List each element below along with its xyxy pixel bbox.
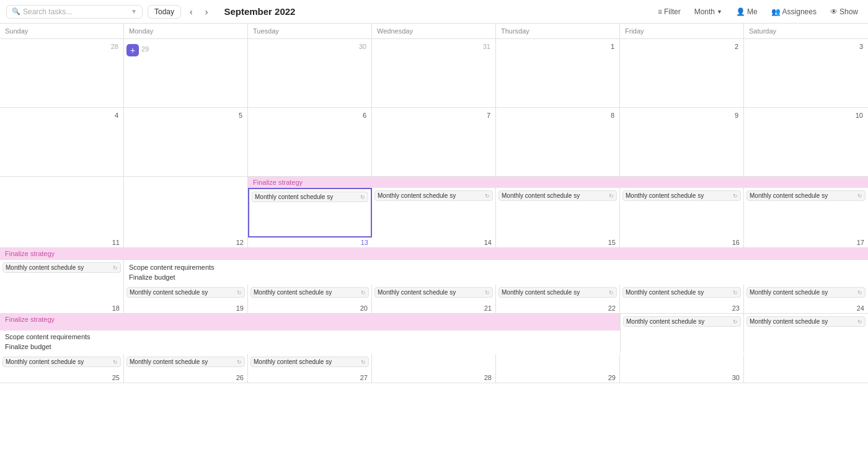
week4-col4[interactable]: Monthly content schedule sy ↻ [372,285,496,303]
week5-monthly-23[interactable]: Monthly content schedule sy ↻ [744,314,868,331]
sync-icon-18: ↻ [113,265,118,271]
monthly-content-event-21[interactable]: Monthly content schedule sy ↻ [374,287,493,298]
week-block-5: Finalize strategy Monthly content schedu… [0,314,868,383]
day-num-sep3: 3 [746,42,866,53]
day-cell-7[interactable]: 7 [372,108,496,176]
day-cell-sep1[interactable]: 1 [496,39,620,107]
day-num-9: 9 [622,110,741,122]
day-cell-9[interactable]: 9 [620,108,744,176]
monthly-content-event-22[interactable]: Monthly content schedule sy ↻ [498,287,617,298]
next-button[interactable]: › [202,5,212,19]
monthly-content-event-19[interactable]: Monthly content schedule sy ↻ [126,287,245,298]
finalize-budget-label[interactable]: Finalize budget [129,272,863,282]
monthly-content-event-15[interactable]: Monthly content schedule sy ↻ [498,190,617,201]
filter-button[interactable]: ≡ Filter [654,6,684,18]
day-cell-31[interactable]: 31 [372,39,496,107]
search-box[interactable]: 🔍 Search tasks... ▼ [6,5,143,19]
week4-empty-col1[interactable] [0,285,124,303]
week5-scope-row: Scope content requirements Finalize budg… [0,331,868,353]
day-cell-sep3[interactable]: 3 [744,39,868,107]
monthly-content-event-w5-sat[interactable]: Monthly content schedule sy ↻ [623,316,741,327]
day-cell-15[interactable]: Monthly content schedule sy ↻ [496,188,620,237]
add-event-button-29[interactable]: + [126,44,139,56]
finalize-strategy-banner-week3[interactable]: Finalize strategy [248,177,868,188]
search-dropdown-icon: ▼ [131,8,137,15]
day-header-saturday: Saturday [744,24,868,38]
assignees-button[interactable]: 👥 Assignees [768,6,820,18]
week5-empty-col7 [744,331,868,353]
day-cell-16[interactable]: Monthly content schedule sy ↻ [620,188,744,237]
week4-col5[interactable]: Monthly content schedule sy ↻ [496,285,620,303]
monthly-content-event-17[interactable]: Monthly content schedule sy ↻ [746,190,866,201]
day-cell-4[interactable]: 4 [0,108,124,176]
week4-col1[interactable]: Monthly content schedule sy ↻ [0,260,124,285]
week5-col7-empty[interactable] [744,354,868,373]
day-num-7: 7 [374,110,493,122]
assignees-label: Assignees [782,7,817,16]
day-cell-17[interactable]: Monthly content schedule sy ↻ [744,188,868,237]
finalize-strategy-banner-week5[interactable]: Finalize strategy [0,314,620,331]
week4-col3[interactable]: Monthly content schedule sy ↻ [248,285,372,303]
day-cell-30[interactable]: 30 [248,39,372,107]
day-cell-28[interactable]: 28 [0,39,124,107]
day-cell-6[interactable]: 6 [248,108,372,176]
week5-col3[interactable]: Monthly content schedule sy ↻ [248,354,372,373]
day-cell-14[interactable]: Monthly content schedule sy ↻ [372,188,496,237]
monthly-content-event-20[interactable]: Monthly content schedule sy ↻ [250,287,369,298]
week5-col6-empty[interactable] [620,354,744,373]
finalize-strategy-banner-week4[interactable]: Finalize strategy [0,248,868,260]
event-label-15: Monthly content schedule sy [502,192,580,199]
monthly-content-event-16[interactable]: Monthly content schedule sy ↻ [622,190,741,201]
day-num-10: 10 [746,110,866,122]
week5-col5-empty[interactable] [496,354,620,373]
monthly-content-event-w5-sun2[interactable]: Monthly content schedule sy ↻ [746,316,866,327]
monthly-content-event-26[interactable]: Monthly content schedule sy ↻ [126,357,245,367]
monthly-content-event-25[interactable]: Monthly content schedule sy ↻ [2,357,121,367]
me-button[interactable]: 👤 Me [732,6,761,18]
day-cell-10[interactable]: 10 [744,108,868,176]
week5-col2[interactable]: Monthly content schedule sy ↻ [124,354,248,373]
show-button[interactable]: 👁 Show [826,6,862,18]
num-11: 11 [0,237,124,247]
day-cell-13-selected[interactable]: Monthly content schedule sy ↻ [248,188,372,237]
num-30b: 30 [620,373,744,383]
week5-col1[interactable]: Monthly content schedule sy ↻ [0,354,124,373]
day-header-friday: Friday [620,24,744,38]
scope-content-label[interactable]: Scope content requirements [129,262,863,272]
week4-sub-events: Monthly content schedule sy ↻ Scope cont… [0,260,868,285]
event-label-17: Monthly content schedule sy [750,192,828,199]
scope-content-label-w5[interactable]: Scope content requirements [5,332,615,342]
day-header-tuesday: Tuesday [248,24,372,38]
day-cell-sep2[interactable]: 2 [620,39,744,107]
week3-nums-row: 11 12 13 14 15 16 17 [0,237,868,248]
assignees-icon: 👥 [771,7,781,16]
day-cell-29[interactable]: + 29 [124,39,248,107]
week-block-4: Finalize strategy Monthly content schedu… [0,248,868,314]
day-headers: Sunday Monday Tuesday Wednesday Thursday… [0,24,868,39]
week5-monthly-22[interactable]: Monthly content schedule sy ↻ [620,314,744,331]
week4-col7[interactable]: Monthly content schedule sy ↻ [744,285,868,303]
event-label-16: Monthly content schedule sy [626,192,704,199]
monthly-content-event-14[interactable]: Monthly content schedule sy ↻ [374,190,493,201]
month-dropdown-icon: ▼ [717,9,722,15]
monthly-content-event-24[interactable]: Monthly content schedule sy ↻ [746,287,866,298]
day-cell-5[interactable]: 5 [124,108,248,176]
today-button[interactable]: Today [148,5,181,19]
num-empty [744,373,868,383]
header-right: ≡ Filter Month ▼ 👤 Me 👥 Assignees 👁 Show [654,6,862,18]
monthly-content-event-13[interactable]: Monthly content schedule sy ↻ [252,192,368,202]
day-cell-8[interactable]: 8 [496,108,620,176]
week4-col6[interactable]: Monthly content schedule sy ↻ [620,285,744,303]
day-header-thursday: Thursday [496,24,620,38]
monthly-content-event-18[interactable]: Monthly content schedule sy ↻ [2,262,121,273]
week4-col2[interactable]: Monthly content schedule sy ↻ [124,285,248,303]
prev-button[interactable]: ‹ [186,5,197,19]
num-13: 13 [248,237,372,247]
monthly-content-event-23[interactable]: Monthly content schedule sy ↻ [622,287,741,298]
day-cell-12[interactable] [124,188,248,237]
month-button[interactable]: Month ▼ [691,6,726,18]
monthly-content-event-27[interactable]: Monthly content schedule sy ↻ [250,357,369,367]
finalize-budget-label-w5[interactable]: Finalize budget [5,342,615,352]
week5-col4-empty[interactable] [372,354,496,373]
day-cell-11[interactable] [0,188,124,237]
